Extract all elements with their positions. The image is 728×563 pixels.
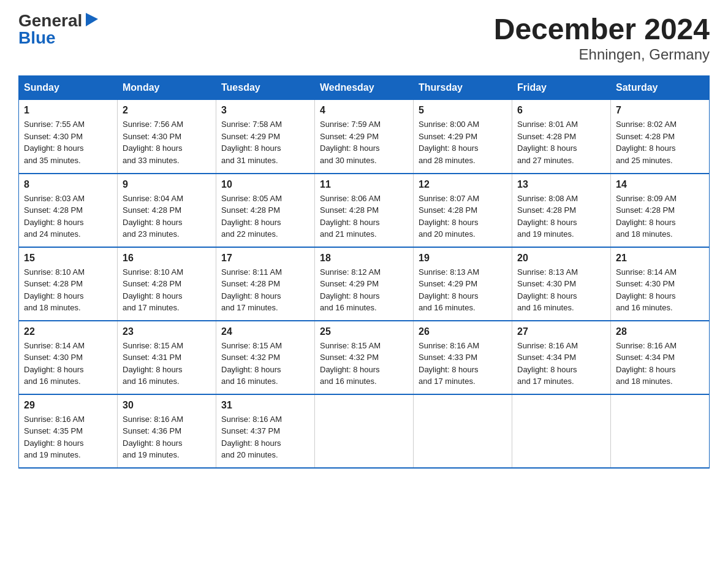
header-friday: Friday [512, 76, 611, 100]
day-number: 8 [24, 179, 112, 190]
page-title: December 2024 [494, 12, 710, 46]
calendar-day-21: 21 Sunrise: 8:14 AM Sunset: 4:30 PM Dayl… [611, 247, 710, 321]
day-number: 6 [517, 105, 605, 116]
day-info: Sunrise: 8:09 AM Sunset: 4:28 PM Dayligh… [616, 193, 704, 240]
svg-marker-0 [86, 13, 98, 26]
calendar-day-6: 6 Sunrise: 8:01 AM Sunset: 4:28 PM Dayli… [512, 100, 611, 174]
day-number: 11 [320, 179, 408, 190]
calendar-day-5: 5 Sunrise: 8:00 AM Sunset: 4:29 PM Dayli… [414, 100, 512, 174]
header-monday: Monday [118, 76, 216, 100]
calendar-day-30: 30 Sunrise: 8:16 AM Sunset: 4:36 PM Dayl… [118, 394, 216, 468]
header-saturday: Saturday [611, 76, 710, 100]
calendar-day-14: 14 Sunrise: 8:09 AM Sunset: 4:28 PM Dayl… [611, 174, 710, 247]
day-info: Sunrise: 8:13 AM Sunset: 4:30 PM Dayligh… [517, 266, 605, 314]
day-number: 3 [221, 105, 309, 116]
calendar-day-20: 20 Sunrise: 8:13 AM Sunset: 4:30 PM Dayl… [512, 247, 611, 321]
day-info: Sunrise: 8:08 AM Sunset: 4:28 PM Dayligh… [517, 193, 605, 240]
day-number: 1 [24, 105, 112, 116]
day-info: Sunrise: 8:16 AM Sunset: 4:35 PM Dayligh… [24, 413, 112, 461]
day-number: 10 [221, 179, 309, 190]
day-info: Sunrise: 8:07 AM Sunset: 4:28 PM Dayligh… [419, 193, 507, 240]
calendar-day-28: 28 Sunrise: 8:16 AM Sunset: 4:34 PM Dayl… [611, 321, 710, 394]
calendar-empty-4-4 [414, 394, 512, 468]
day-info: Sunrise: 8:10 AM Sunset: 4:28 PM Dayligh… [123, 266, 211, 314]
calendar-day-3: 3 Sunrise: 7:58 AM Sunset: 4:29 PM Dayli… [216, 100, 315, 174]
page-subtitle: Ehningen, Germany [494, 46, 710, 63]
day-info: Sunrise: 8:04 AM Sunset: 4:28 PM Dayligh… [123, 193, 211, 240]
calendar-week-5: 29 Sunrise: 8:16 AM Sunset: 4:35 PM Dayl… [19, 394, 710, 468]
calendar-day-22: 22 Sunrise: 8:14 AM Sunset: 4:30 PM Dayl… [19, 321, 118, 394]
day-info: Sunrise: 8:14 AM Sunset: 4:30 PM Dayligh… [24, 340, 112, 388]
header-wednesday: Wednesday [315, 76, 414, 100]
day-info: Sunrise: 8:14 AM Sunset: 4:30 PM Dayligh… [616, 266, 704, 314]
day-info: Sunrise: 8:16 AM Sunset: 4:34 PM Dayligh… [616, 340, 704, 388]
calendar-header-row: Sunday Monday Tuesday Wednesday Thursday… [19, 76, 710, 100]
day-info: Sunrise: 8:16 AM Sunset: 4:36 PM Dayligh… [123, 413, 211, 461]
day-info: Sunrise: 8:15 AM Sunset: 4:31 PM Dayligh… [123, 340, 211, 388]
calendar-week-4: 22 Sunrise: 8:14 AM Sunset: 4:30 PM Dayl… [19, 321, 710, 394]
day-number: 5 [419, 105, 507, 116]
day-info: Sunrise: 8:10 AM Sunset: 4:28 PM Dayligh… [24, 266, 112, 314]
day-number: 26 [419, 326, 507, 337]
calendar-day-1: 1 Sunrise: 7:55 AM Sunset: 4:30 PM Dayli… [19, 100, 118, 174]
calendar-day-2: 2 Sunrise: 7:56 AM Sunset: 4:30 PM Dayli… [118, 100, 216, 174]
calendar-day-10: 10 Sunrise: 8:05 AM Sunset: 4:28 PM Dayl… [216, 174, 315, 247]
page-header: General Blue December 2024 Ehningen, Ger… [18, 12, 710, 63]
day-number: 4 [320, 105, 408, 116]
calendar-table: Sunday Monday Tuesday Wednesday Thursday… [18, 75, 710, 469]
calendar-day-16: 16 Sunrise: 8:10 AM Sunset: 4:28 PM Dayl… [118, 247, 216, 321]
day-number: 14 [616, 179, 704, 190]
day-info: Sunrise: 7:56 AM Sunset: 4:30 PM Dayligh… [123, 118, 211, 166]
calendar-week-2: 8 Sunrise: 8:03 AM Sunset: 4:28 PM Dayli… [19, 174, 710, 247]
day-info: Sunrise: 8:16 AM Sunset: 4:34 PM Dayligh… [517, 340, 605, 388]
day-number: 13 [517, 179, 605, 190]
day-number: 31 [221, 400, 309, 411]
day-info: Sunrise: 8:03 AM Sunset: 4:28 PM Dayligh… [24, 193, 112, 240]
calendar-day-4: 4 Sunrise: 7:59 AM Sunset: 4:29 PM Dayli… [315, 100, 414, 174]
calendar-day-19: 19 Sunrise: 8:13 AM Sunset: 4:29 PM Dayl… [414, 247, 512, 321]
day-number: 20 [517, 253, 605, 264]
calendar-day-12: 12 Sunrise: 8:07 AM Sunset: 4:28 PM Dayl… [414, 174, 512, 247]
logo-triangle-icon [85, 13, 98, 26]
calendar-day-11: 11 Sunrise: 8:06 AM Sunset: 4:28 PM Dayl… [315, 174, 414, 247]
day-number: 12 [419, 179, 507, 190]
day-info: Sunrise: 8:02 AM Sunset: 4:28 PM Dayligh… [616, 118, 704, 166]
logo-blue-text: Blue [18, 29, 56, 47]
logo: General Blue [18, 12, 98, 47]
day-info: Sunrise: 8:13 AM Sunset: 4:29 PM Dayligh… [419, 266, 507, 314]
calendar-day-25: 25 Sunrise: 8:15 AM Sunset: 4:32 PM Dayl… [315, 321, 414, 394]
calendar-day-18: 18 Sunrise: 8:12 AM Sunset: 4:29 PM Dayl… [315, 247, 414, 321]
day-info: Sunrise: 7:55 AM Sunset: 4:30 PM Dayligh… [24, 118, 112, 166]
day-info: Sunrise: 8:06 AM Sunset: 4:28 PM Dayligh… [320, 193, 408, 240]
calendar-day-8: 8 Sunrise: 8:03 AM Sunset: 4:28 PM Dayli… [19, 174, 118, 247]
calendar-day-13: 13 Sunrise: 8:08 AM Sunset: 4:28 PM Dayl… [512, 174, 611, 247]
day-info: Sunrise: 8:12 AM Sunset: 4:29 PM Dayligh… [320, 266, 408, 314]
calendar-day-23: 23 Sunrise: 8:15 AM Sunset: 4:31 PM Dayl… [118, 321, 216, 394]
day-info: Sunrise: 8:05 AM Sunset: 4:28 PM Dayligh… [221, 193, 309, 240]
day-number: 15 [24, 253, 112, 264]
calendar-day-7: 7 Sunrise: 8:02 AM Sunset: 4:28 PM Dayli… [611, 100, 710, 174]
day-number: 24 [221, 326, 309, 337]
day-number: 2 [123, 105, 211, 116]
day-info: Sunrise: 7:58 AM Sunset: 4:29 PM Dayligh… [221, 118, 309, 166]
day-number: 29 [24, 400, 112, 411]
calendar-day-15: 15 Sunrise: 8:10 AM Sunset: 4:28 PM Dayl… [19, 247, 118, 321]
day-number: 7 [616, 105, 704, 116]
day-info: Sunrise: 7:59 AM Sunset: 4:29 PM Dayligh… [320, 118, 408, 166]
day-number: 30 [123, 400, 211, 411]
day-number: 28 [616, 326, 704, 337]
calendar-day-31: 31 Sunrise: 8:16 AM Sunset: 4:37 PM Dayl… [216, 394, 315, 468]
day-number: 19 [419, 253, 507, 264]
day-number: 17 [221, 253, 309, 264]
logo-general-text: General [18, 12, 82, 29]
day-info: Sunrise: 8:16 AM Sunset: 4:37 PM Dayligh… [221, 413, 309, 461]
calendar-empty-4-5 [512, 394, 611, 468]
day-info: Sunrise: 8:15 AM Sunset: 4:32 PM Dayligh… [320, 340, 408, 388]
calendar-week-1: 1 Sunrise: 7:55 AM Sunset: 4:30 PM Dayli… [19, 100, 710, 174]
calendar-day-27: 27 Sunrise: 8:16 AM Sunset: 4:34 PM Dayl… [512, 321, 611, 394]
calendar-day-24: 24 Sunrise: 8:15 AM Sunset: 4:32 PM Dayl… [216, 321, 315, 394]
calendar-day-29: 29 Sunrise: 8:16 AM Sunset: 4:35 PM Dayl… [19, 394, 118, 468]
day-number: 23 [123, 326, 211, 337]
calendar-day-17: 17 Sunrise: 8:11 AM Sunset: 4:28 PM Dayl… [216, 247, 315, 321]
day-number: 22 [24, 326, 112, 337]
